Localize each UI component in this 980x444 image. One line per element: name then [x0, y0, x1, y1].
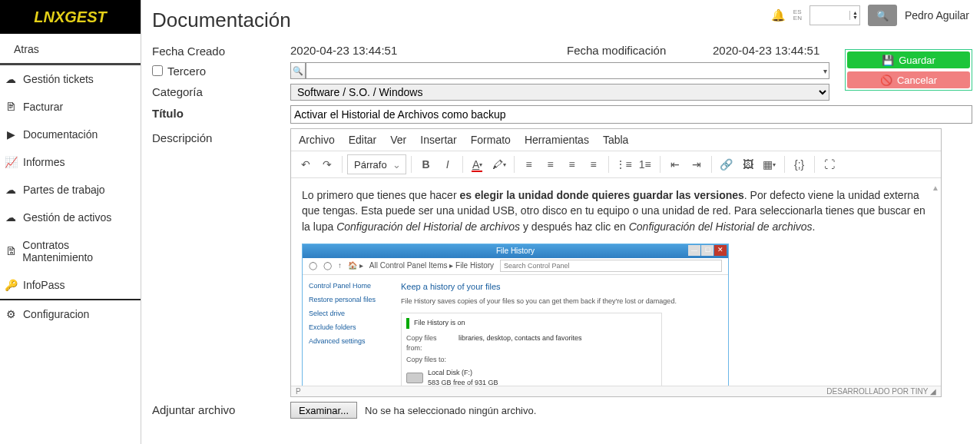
no-file-text: No se ha seleccionado ningún archivo. [365, 405, 536, 416]
align-left-button[interactable]: ≡ [519, 154, 539, 174]
bold-button[interactable]: B [416, 154, 436, 174]
indent-button[interactable]: ⇥ [687, 154, 707, 174]
lookup-button[interactable]: 🔍 [290, 62, 306, 79]
nav-back-icon: ◯ [309, 260, 317, 272]
fullscreen-button[interactable]: ⛶ [819, 154, 839, 174]
scroll-hint: ▲ [932, 183, 939, 194]
sidebar-item-label: Documentación [23, 128, 98, 141]
sidebar-item-activos[interactable]: ☁Gestión de activos [0, 204, 141, 231]
breadcrumb: All Control Panel Items ▸ File History [369, 260, 494, 272]
chart-icon: 📈 [5, 156, 17, 168]
cloud-icon: ☁ [5, 211, 17, 224]
menu-editar[interactable]: Editar [349, 134, 377, 146]
sidebar-item-facturar[interactable]: 🖹Facturar [0, 93, 141, 121]
nav-fwd-icon: ◯ [323, 260, 332, 272]
tercero-checkbox[interactable] [152, 65, 163, 76]
key-icon: 🔑 [5, 279, 17, 291]
page-title: Documentación [152, 8, 291, 32]
menu-tabla[interactable]: Tabla [603, 134, 628, 146]
fecha-creado-value: 2020-04-23 13:44:51 [290, 44, 567, 57]
user-name[interactable]: Pedro Aguilar [905, 9, 969, 22]
sidebar-item-partes[interactable]: ☁Partes de trabajo [0, 176, 141, 204]
cancel-button[interactable]: 🚫Cancelar [847, 71, 970, 88]
sidebar-item-contratos[interactable]: 🖺Contratos Mantenimiento [0, 231, 141, 271]
play-icon: ▶ [5, 128, 17, 141]
close-icon: ✕ [714, 245, 727, 256]
doc-icon: 🖹 [5, 101, 17, 113]
sidebar-back[interactable]: Atras [0, 34, 141, 65]
cancel-icon: 🚫 [880, 75, 892, 86]
cloud-icon: ☁ [5, 73, 17, 85]
sidebar-item-tickets[interactable]: ☁Gestión tickets [0, 65, 141, 93]
menu-herramientas[interactable]: Herramientas [525, 134, 589, 146]
window-title: File History [496, 246, 535, 257]
label-titulo: Título [152, 105, 283, 124]
sidebar-item-infopass[interactable]: 🔑InfoPass [0, 271, 141, 299]
label-adjuntar: Adjuntar archivo [152, 402, 283, 419]
label-fecha-creado: Fecha Creado [152, 43, 283, 58]
align-justify-button[interactable]: ≡ [584, 154, 604, 174]
sidebar-item-label: Contratos Mantenimiento [22, 239, 137, 263]
align-right-button[interactable]: ≡ [562, 154, 582, 174]
undo-button[interactable]: ↶ [296, 154, 316, 174]
highlight-button[interactable]: 🖍▾ [489, 154, 509, 174]
link-button[interactable]: 🔗 [717, 154, 737, 174]
doc-icon: 🖺 [5, 245, 16, 257]
fecha-mod-value: 2020-04-23 13:44:51 [713, 44, 819, 57]
menu-insertar[interactable]: Insertar [420, 134, 456, 146]
browse-button[interactable]: Examinar... [290, 402, 357, 419]
disk-icon [406, 373, 423, 383]
min-icon: — [688, 245, 700, 256]
sidebar-item-config[interactable]: ⚙Configuracion [0, 300, 141, 328]
embedded-screenshot: File History — ☐ ✕ ◯ ◯ ↑ 🏠 ▸ All Control… [302, 244, 729, 386]
sidebar: LNXGEST Atras ☁Gestión tickets 🖹Facturar… [0, 0, 141, 444]
gear-icon: ⚙ [5, 308, 17, 320]
editor-statusbar: P DESARROLLADO POR TINY ◢ [291, 386, 941, 396]
rich-editor: Archivo Editar Ver Insertar Formato Herr… [290, 128, 942, 397]
align-center-button[interactable]: ≡ [541, 154, 561, 174]
categoria-select[interactable]: Software / S.O. / Windows [290, 84, 829, 101]
menu-formato[interactable]: Formato [471, 134, 511, 146]
action-buttons: 💾Guardar 🚫Cancelar [845, 49, 972, 91]
sidebar-item-label: InfoPass [23, 279, 65, 291]
label-categoria: Categoría [152, 84, 283, 101]
bullet-list-button[interactable]: ⋮≡ [614, 154, 634, 174]
label-fecha-mod: Fecha modificación [567, 44, 713, 57]
sidebar-item-documentacion[interactable]: ▶Documentación [0, 121, 141, 148]
label-descripcion: Descripción [152, 128, 283, 144]
label-tercero: Tercero [167, 65, 206, 78]
table-button[interactable]: ▦▾ [760, 154, 780, 174]
cloud-icon: ☁ [5, 184, 17, 196]
image-button[interactable]: 🖼 [738, 154, 758, 174]
italic-button[interactable]: I [438, 154, 458, 174]
tercero-combo[interactable]: ▾ [306, 62, 829, 79]
bell-icon[interactable]: 🔔 [771, 8, 786, 22]
editor-content[interactable]: ▲ Lo primero que tienes que hacer es ele… [291, 178, 941, 386]
paragraph-select[interactable]: Párrafo [347, 154, 406, 174]
tercero-row: Tercero [152, 62, 283, 79]
lang-indicator: ESEN [793, 9, 802, 22]
sidebar-item-label: Gestión de activos [23, 211, 111, 224]
code-button[interactable]: {;} [790, 154, 809, 174]
editor-toolbar: ↶ ↷ Párrafo B I A▾ 🖍▾ ≡ ≡ ≡ ≡ ⋮≡ [291, 151, 941, 178]
save-icon: 💾 [882, 55, 894, 66]
outdent-button[interactable]: ⇤ [665, 154, 685, 174]
max-icon: ☐ [701, 245, 713, 256]
save-button[interactable]: 💾Guardar [847, 51, 970, 68]
logo: LNXGEST [0, 0, 141, 34]
titulo-input[interactable] [290, 105, 972, 124]
sidebar-item-label: Informes [23, 156, 65, 168]
menu-ver[interactable]: Ver [390, 134, 406, 146]
lang-select[interactable]: ▲▼ [809, 5, 860, 25]
search-button[interactable]: 🔍 [868, 5, 897, 26]
main: Documentación 🔔 ESEN ▲▼ 🔍 Pedro Aguilar … [141, 0, 980, 444]
menu-archivo[interactable]: Archivo [299, 134, 335, 146]
redo-button[interactable]: ↷ [317, 154, 337, 174]
cp-search [500, 260, 722, 272]
sidebar-item-label: Facturar [23, 101, 63, 113]
text-color-button[interactable]: A▾ [468, 154, 488, 174]
sidebar-item-label: Gestión tickets [23, 73, 94, 85]
search-icon: 🔍 [876, 10, 889, 22]
sidebar-item-informes[interactable]: 📈Informes [0, 148, 141, 176]
number-list-button[interactable]: 1≡ [635, 154, 655, 174]
